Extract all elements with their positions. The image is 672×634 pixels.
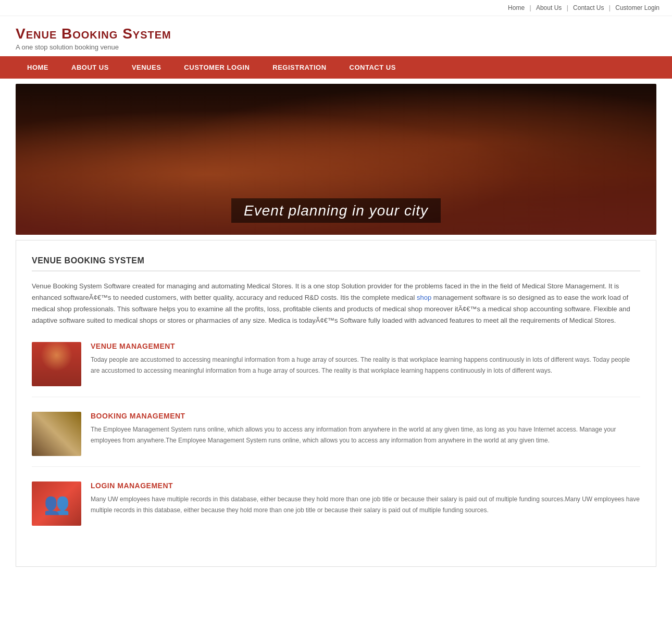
nav-item-contact-us[interactable]: CONTACT US (338, 56, 407, 79)
main-nav: HOMEABOUT USVENUESCUSTOMER LOGINREGISTRA… (0, 56, 672, 79)
contact-toplink[interactable]: Contact Us (573, 4, 604, 11)
nav-item-customer-login[interactable]: CUSTOMER LOGIN (172, 56, 261, 79)
login-management-image: 👥 (32, 481, 81, 526)
booking-management-title: BOOKING MANAGEMENT (91, 412, 640, 420)
feature-block-login-management: 👥LOGIN MANAGEMENTMany UW employees have … (32, 481, 640, 536)
hero-banner: Event planning in your city (16, 84, 656, 235)
nav-item-about-us[interactable]: ABOUT US (60, 56, 120, 79)
home-toplink[interactable]: Home (508, 4, 525, 11)
nav-item-registration[interactable]: REGISTRATION (261, 56, 338, 79)
login-management-text: Many UW employees have multiple records … (91, 494, 640, 515)
site-header: Venue Booking System A one stop solution… (0, 16, 672, 56)
login-icon: 👥 (44, 491, 70, 516)
nav-item-venues[interactable]: VENUES (120, 56, 172, 79)
top-bar: Home | About Us | Contact Us | Customer … (0, 0, 672, 16)
venue-management-image (32, 342, 81, 386)
booking-management-text: The Employee Management System runs onli… (91, 424, 640, 446)
booking-management-image (32, 412, 81, 456)
feature-block-booking-management: BOOKING MANAGEMENTThe Employee Managemen… (32, 412, 640, 467)
nav-item-home[interactable]: HOME (16, 56, 60, 79)
login-management-title: LOGIN MANAGEMENT (91, 481, 640, 490)
shop-link[interactable]: shop (417, 294, 431, 301)
feature-block-venue-management: VENUE MANAGEMENTToday people are accusto… (32, 342, 640, 397)
hero-tagline: Event planning in your city (231, 198, 441, 223)
intro-text: Venue Booking System Software created fo… (32, 281, 640, 326)
about-toplink[interactable]: About Us (536, 4, 562, 11)
venue-management-text: Today people are accustomed to accessing… (91, 354, 640, 376)
site-title: Venue Booking System (16, 26, 656, 42)
venue-management-title: VENUE MANAGEMENT (91, 342, 640, 350)
site-tagline: A one stop solution booking venue (16, 43, 656, 51)
content-wrapper: VENUE BOOKING SYSTEM Venue Booking Syste… (16, 240, 656, 567)
section-title: VENUE BOOKING SYSTEM (32, 256, 640, 271)
customerlogin-toplink[interactable]: Customer Login (615, 4, 659, 11)
